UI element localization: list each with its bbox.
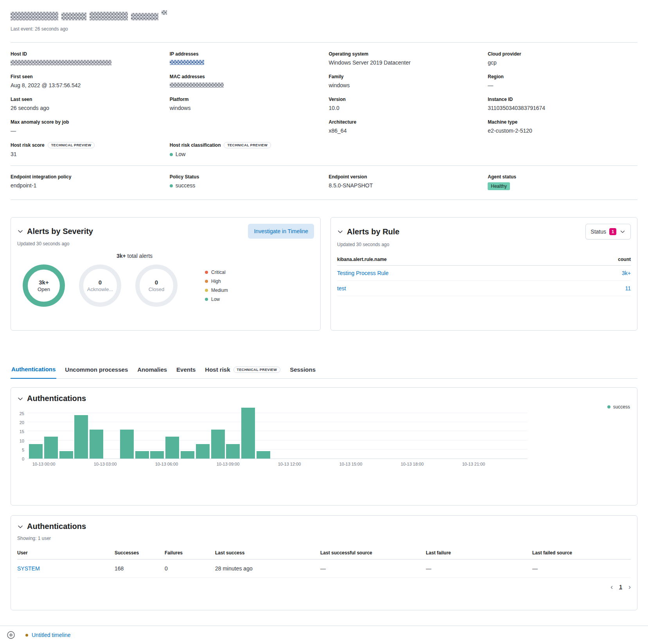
auth-success-bar[interactable] bbox=[135, 451, 149, 459]
legend-dot-icon bbox=[205, 271, 208, 274]
field-region: Region — bbox=[488, 74, 637, 89]
auth-column-last-failure[interactable]: Last failure bbox=[426, 547, 532, 559]
field-host-id: Host ID bbox=[11, 51, 160, 66]
auth-cell: — bbox=[426, 559, 532, 577]
next-page-icon[interactable]: › bbox=[628, 583, 631, 590]
tab-sessions[interactable]: Sessions bbox=[289, 363, 316, 378]
tab-label: Authentications bbox=[11, 366, 56, 372]
auth-chart-yaxis: 0510152025 bbox=[17, 406, 24, 459]
tab-label: Anomalies bbox=[137, 366, 167, 373]
redacted-block bbox=[11, 12, 58, 20]
rule-count-column-header[interactable]: count bbox=[618, 257, 631, 262]
auth-success-bar[interactable] bbox=[257, 451, 270, 459]
y-axis-tick: 10 bbox=[20, 439, 24, 443]
alerts-rule-rows: Testing Process Rule3k+test11 bbox=[337, 266, 631, 296]
auth-success-bar[interactable] bbox=[226, 444, 240, 459]
legend-dot-icon bbox=[205, 289, 208, 292]
status-filter-select[interactable]: Status 1 bbox=[585, 224, 631, 239]
auth-success-bar[interactable] bbox=[165, 437, 179, 459]
auth-column-failures[interactable]: Failures bbox=[165, 547, 215, 559]
x-axis-tick: 10-13 03:00 bbox=[88, 462, 123, 466]
auth-column-last-successful-source[interactable]: Last successful source bbox=[320, 547, 426, 559]
auth-success-bar[interactable] bbox=[44, 437, 58, 459]
add-timeline-icon[interactable] bbox=[7, 631, 15, 639]
rule-count-link[interactable]: 11 bbox=[625, 285, 631, 291]
auth-success-bar[interactable] bbox=[90, 430, 103, 459]
severity-legend-item-medium[interactable]: Medium bbox=[205, 288, 228, 293]
technical-preview-badge: TECHNICAL PREVIEW bbox=[224, 142, 271, 148]
previous-page-icon[interactable]: ‹ bbox=[610, 583, 613, 590]
auth-success-bar[interactable] bbox=[74, 415, 88, 459]
legend-label: High bbox=[211, 279, 221, 284]
auth-success-bar[interactable] bbox=[181, 451, 194, 459]
auth-column-user[interactable]: User bbox=[17, 547, 115, 559]
page-title-redacted-hostname bbox=[11, 10, 637, 20]
rule-name-link[interactable]: test bbox=[337, 285, 346, 291]
redacted-mac-addresses bbox=[170, 83, 224, 88]
severity-legend-item-critical[interactable]: Critical bbox=[205, 270, 228, 275]
auth-success-bar[interactable] bbox=[150, 451, 164, 459]
x-axis-tick: 10-13 00:00 bbox=[26, 462, 61, 466]
timeline-bottom-bar: Untitled timeline bbox=[0, 626, 648, 644]
auth-success-bar[interactable] bbox=[211, 430, 225, 459]
auth-cell: — bbox=[532, 559, 631, 577]
gridline bbox=[27, 422, 528, 422]
redacted-block bbox=[61, 13, 86, 20]
chevron-down-icon[interactable] bbox=[17, 523, 23, 530]
updated-text: Updated 30 seconds ago bbox=[337, 242, 631, 247]
auth-success-bar[interactable] bbox=[196, 444, 210, 459]
tab-events[interactable]: Events bbox=[176, 363, 196, 378]
donut-closed[interactable]: 0 Closed bbox=[135, 264, 178, 307]
auth-column-last-success[interactable]: Last success bbox=[215, 547, 320, 559]
donut-open[interactable]: 3k+ Open bbox=[23, 264, 65, 307]
tab-uncommon-processes[interactable]: Uncommon processes bbox=[64, 363, 129, 378]
auth-chart-plot bbox=[27, 406, 528, 459]
chevron-down-icon[interactable] bbox=[17, 228, 23, 234]
last-event-text: Last event: 26 seconds ago bbox=[11, 26, 637, 32]
status-count-badge: 1 bbox=[609, 228, 616, 235]
field-endpoint-version: Endpoint version 8.5.0-SNAPSHOT bbox=[329, 174, 479, 190]
pagination: ‹ 1 › bbox=[17, 583, 631, 590]
auth-column-last-failed-source[interactable]: Last failed source bbox=[532, 547, 631, 559]
alerts-by-rule-panel: Alerts by Rule Status 1 Updated 30 secon… bbox=[330, 217, 637, 331]
tab-label: Events bbox=[176, 366, 196, 373]
redacted-block bbox=[90, 12, 128, 20]
auth-column-successes[interactable]: Successes bbox=[115, 547, 165, 559]
x-axis-tick: 10-13 15:00 bbox=[333, 462, 368, 466]
field-policy-status: Policy Status success bbox=[170, 174, 320, 190]
rule-name-column-header[interactable]: kibana.alert.rule.name bbox=[337, 257, 387, 262]
auth-success-bar[interactable] bbox=[120, 430, 134, 459]
auth-success-bar[interactable] bbox=[59, 451, 73, 459]
tab-host-risk[interactable]: Host riskTECHNICAL PREVIEW bbox=[204, 363, 281, 378]
untitled-timeline-button[interactable]: Untitled timeline bbox=[25, 632, 71, 638]
auth-success-bar[interactable] bbox=[241, 408, 255, 459]
field-platform: Platform windows bbox=[170, 97, 320, 112]
technical-preview-badge: TECHNICAL PREVIEW bbox=[48, 142, 95, 148]
severity-legend-item-low[interactable]: Low bbox=[205, 297, 228, 302]
rule-count-link[interactable]: 3k+ bbox=[622, 270, 631, 276]
field-cloud-provider: Cloud provider gcp bbox=[488, 51, 637, 66]
severity-legend-item-high[interactable]: High bbox=[205, 279, 228, 284]
policy-success-dot-icon bbox=[170, 184, 173, 187]
auth-success-bar[interactable] bbox=[29, 444, 43, 459]
chevron-down-icon bbox=[619, 228, 626, 235]
panel-title: Authentications bbox=[27, 522, 86, 531]
legend-dot-icon bbox=[205, 298, 208, 301]
auth-chart: 0510152025 10-13 00:0010-13 03:0010-13 0… bbox=[17, 406, 631, 473]
tab-authentications[interactable]: Authentications bbox=[11, 363, 56, 379]
updated-text: Updated 30 seconds ago bbox=[17, 241, 314, 246]
donut-acknowledged[interactable]: 0 Acknowle... bbox=[79, 264, 121, 307]
field-machine-type: Machine type e2-custom-2-5120 bbox=[488, 119, 637, 134]
x-axis-tick: 10-13 09:00 bbox=[210, 462, 246, 466]
auth-user-link[interactable]: SYSTEM bbox=[17, 559, 115, 577]
rule-name-link[interactable]: Testing Process Rule bbox=[337, 270, 389, 276]
field-host-risk-score: Host risk score TECHNICAL PREVIEW 31 bbox=[11, 142, 160, 158]
tab-anomalies[interactable]: Anomalies bbox=[136, 363, 168, 378]
investigate-in-timeline-button[interactable]: Investigate in Timeline bbox=[248, 224, 314, 239]
field-operating-system: Operating system Windows Server 2019 Dat… bbox=[329, 51, 479, 66]
chevron-down-icon[interactable] bbox=[17, 396, 23, 402]
page-number[interactable]: 1 bbox=[619, 584, 622, 590]
chevron-down-icon[interactable] bbox=[337, 228, 343, 235]
auth-cell: — bbox=[320, 559, 426, 577]
field-first-seen: First seen Aug 8, 2022 @ 13:57:56.542 bbox=[11, 74, 160, 89]
